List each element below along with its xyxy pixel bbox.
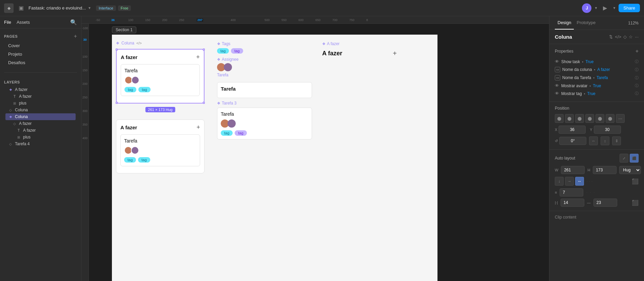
prop-nome-coluna-label: Nome da coluna (562, 67, 592, 72)
col1-name: Coluna (121, 41, 134, 45)
canvas-work[interactable]: Section 1 ❖ Coluna </> (89, 24, 549, 281)
properties-title: Properties (555, 49, 573, 54)
layer-coluna-selected[interactable]: ❖ Coluna (5, 113, 76, 120)
flip-h-btn[interactable]: ↔ (589, 136, 598, 145)
flip-v-btn[interactable]: ↕ (601, 136, 609, 145)
layer-plus-2[interactable]: ⊞ plus (5, 134, 76, 140)
ruler-top: -50 36 100 150 200 250 297 400 500 550 6… (81, 16, 549, 24)
dir-down-btn[interactable]: ↓ (555, 177, 564, 186)
align-top-btn[interactable]: ⬤ (585, 114, 594, 123)
align-bottom-btn[interactable]: ⬤ (606, 114, 614, 123)
layer-afazer-1[interactable]: ❖ A fazer (5, 86, 76, 93)
kanban-col-selected[interactable]: A fazer + Tarefa tag (116, 49, 204, 104)
w-input[interactable] (561, 166, 585, 174)
box-icon-1: ▭ (555, 67, 560, 72)
autolayout-header: Auto layout ⤢ ⬛ (555, 154, 639, 163)
prop-nome-tarefa-value[interactable]: Tarefa (597, 75, 608, 80)
layer-coluna-1[interactable]: ◇ Coluna (5, 107, 76, 113)
layer-plus-1[interactable]: ⊞ plus (5, 100, 76, 107)
layer-afazer-child[interactable]: ◇ A fazer (5, 120, 76, 127)
align-middle-btn[interactable]: ⬤ (596, 114, 604, 123)
play-button[interactable]: ▶ (600, 3, 610, 13)
prop-mostrar-avatar-value[interactable]: True (593, 83, 601, 88)
prop-nome-tarefa: ▭ Nome da Tarefa • Tarefa ⓘ (555, 74, 639, 82)
pad-v-input[interactable] (593, 199, 617, 207)
task1-avatars (124, 76, 196, 84)
y-input[interactable] (594, 126, 621, 134)
al-resize-icon[interactable]: ⤢ (620, 154, 628, 163)
pad-h-input[interactable] (561, 199, 584, 207)
gap-input[interactable] (560, 188, 583, 196)
align-right-btn[interactable]: ⬤ (575, 114, 584, 123)
dir-right-btn[interactable]: → (565, 177, 574, 186)
h-input[interactable] (593, 166, 617, 174)
gap-icon: ≡ (555, 190, 557, 194)
task-card-2[interactable]: Tarefa tag tag (120, 134, 200, 166)
add-page-button[interactable]: + (74, 33, 77, 39)
add-property-btn[interactable]: + (636, 48, 639, 54)
component-icon: ❖ (8, 115, 13, 119)
y-label: Y (590, 128, 592, 132)
kanban-col-2[interactable]: A fazer + Tarefa tag tag (116, 119, 204, 173)
prop-nome-coluna-value[interactable]: A fazer (597, 67, 610, 72)
mid-task-card-2[interactable]: Tarefa tag tag (217, 108, 312, 139)
prop-info-icon-2[interactable]: ⓘ (635, 67, 639, 72)
component-diamond-icon[interactable]: ◇ (623, 34, 627, 39)
x-input[interactable] (559, 126, 586, 134)
task-card-1[interactable]: Tarefa tag tag (121, 64, 200, 96)
properties-header: Properties + (555, 48, 639, 54)
layout-toggle-icon[interactable]: ▣ (16, 3, 26, 13)
panel-tabs: Design Prototype 112% (549, 16, 644, 30)
prop-separator-5: • (584, 92, 585, 96)
play-dropdown-icon[interactable]: ▼ (612, 6, 616, 10)
tab-file[interactable]: File (4, 20, 11, 25)
prop-info-icon-5[interactable]: ⓘ (635, 91, 639, 96)
tab-design[interactable]: Design (555, 16, 574, 30)
layers-header: Layers (4, 78, 77, 86)
layer-afazer-text2[interactable]: T A fazer (5, 127, 76, 134)
al-settings-icon[interactable]: ⬛ (630, 154, 639, 163)
sort-icon[interactable]: ⇅ (609, 34, 613, 39)
star-icon[interactable]: ☆ (629, 34, 633, 39)
layer-afazer-text[interactable]: T A fazer (5, 93, 76, 100)
component-icons-row: ⇅ </> ◇ ☆ ··· (609, 34, 639, 39)
chevron-down-icon[interactable]: ▼ (594, 6, 598, 10)
prop-show-task-value[interactable]: True (585, 59, 593, 64)
share-button[interactable]: Share (619, 4, 640, 12)
hug-select[interactable]: Hug Fixed Fill (619, 166, 641, 174)
prop-mostrar-avatar-label: Mostrar avatar (561, 83, 587, 88)
component-name: Coluna (555, 34, 572, 40)
angle-input[interactable] (559, 137, 586, 145)
clip-content-label: Clip content (555, 215, 576, 220)
sidebar-item-desafios[interactable]: Desafios (5, 58, 76, 67)
more-icon[interactable]: ··· (635, 34, 639, 39)
col2-add-btn[interactable]: + (196, 124, 200, 131)
prop-info-icon-1[interactable]: ⓘ (635, 59, 639, 64)
prop-info-icon-3[interactable]: ⓘ (635, 75, 639, 80)
align-more-btn[interactable]: ··· (616, 114, 625, 123)
flip-more-btn[interactable]: ⇕ (612, 136, 621, 145)
tab-assets[interactable]: Assets (17, 20, 30, 25)
prop-info-icon-4[interactable]: ⓘ (635, 83, 639, 88)
user-avatar[interactable]: J (582, 3, 591, 13)
prop-mostrar-tag-value[interactable]: True (587, 91, 596, 96)
layer-tarefa4[interactable]: ◇ Tarefa 4 (5, 140, 76, 147)
align-left-btn[interactable]: ⬤ (555, 114, 564, 123)
mid-task-card-1[interactable]: Tarefa (217, 82, 312, 98)
code-view-icon[interactable]: </> (615, 34, 621, 39)
dir-end-icon[interactable]: ⬛ (632, 178, 639, 185)
app-logo[interactable]: ◆ (4, 3, 14, 13)
col1-add-btn[interactable]: + (196, 54, 200, 61)
gap-row: ≡ · · · (555, 188, 639, 196)
tab-prototype[interactable]: Prototype (574, 16, 598, 30)
title-chevron-icon[interactable]: ▼ (88, 6, 91, 10)
x-input-group: X (555, 126, 586, 134)
padding-more-icon[interactable]: ⬛ (632, 200, 639, 206)
search-icon[interactable]: 🔍 (70, 19, 77, 25)
dir-wrap-btn[interactable]: ↔ (575, 177, 584, 186)
right-col-add-btn[interactable]: + (393, 50, 397, 57)
assignee-avatars (217, 63, 312, 71)
sidebar-item-cover[interactable]: Cover (5, 41, 76, 50)
align-center-h-btn[interactable]: ⬤ (565, 114, 574, 123)
sidebar-item-projeto[interactable]: Projeto (5, 50, 76, 58)
